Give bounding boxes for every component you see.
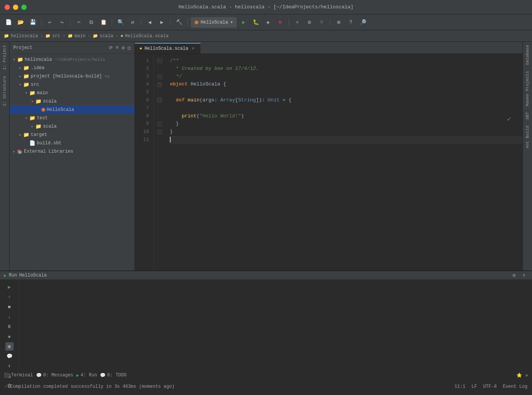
- tree-item-project[interactable]: ▸ 📁 project [helloscala-build] so: [10, 72, 135, 81]
- favorites-strip-item[interactable]: ⭐: [516, 373, 522, 378]
- folder-open-icon: 📁: [23, 82, 29, 88]
- fold-method-button[interactable]: □: [157, 98, 162, 103]
- run-messages-button[interactable]: 💬: [5, 352, 14, 360]
- fold-end-button[interactable]: −: [157, 74, 162, 79]
- code-editor[interactable]: 1 2 3 4 5 6 7 8 9 10 11 − −: [135, 54, 522, 270]
- terminal-button[interactable]: ⊞: [333, 17, 344, 28]
- sidebar-collapse-button[interactable]: ≡: [116, 45, 119, 51]
- save-button[interactable]: 💾: [27, 17, 38, 28]
- tree-arrow: ▾: [11, 57, 17, 62]
- open-button[interactable]: 📂: [15, 17, 26, 28]
- run-config[interactable]: HelloScala ▾: [191, 17, 237, 28]
- terminal-strip-item[interactable]: ⬛ Terminal: [4, 373, 33, 378]
- gutter-5: [154, 88, 165, 96]
- stop-button[interactable]: ■: [275, 17, 285, 28]
- panel-sbt[interactable]: SBT: [524, 109, 531, 123]
- run-settings-button[interactable]: ⚙: [510, 271, 518, 280]
- tree-item-external-libraries[interactable]: ▸ 📚 External Libraries: [10, 147, 135, 156]
- coverage-button[interactable]: ◈: [263, 17, 273, 28]
- cursor-position[interactable]: 11:1: [454, 384, 466, 389]
- editor-container: ● HelloScala.scala × 1 2 3 4 5 6 7 8 9 1…: [135, 42, 522, 270]
- back-button[interactable]: ◀: [144, 17, 155, 28]
- event-log[interactable]: Event Log: [503, 384, 527, 389]
- sidebar-panel-2-structure[interactable]: 2: Structure: [1, 73, 8, 109]
- sidebar-settings-button[interactable]: ⚙: [122, 45, 125, 51]
- fold-method-end[interactable]: −: [157, 122, 162, 126]
- run-down-button[interactable]: ↓: [5, 313, 14, 321]
- sidebar-sync-button[interactable]: ⟳: [109, 45, 113, 51]
- minimize-button[interactable]: [13, 5, 18, 10]
- paste-button[interactable]: 📋: [98, 17, 109, 28]
- help-button[interactable]: ?: [345, 17, 356, 28]
- tree-item-main[interactable]: ▾ 📁 main: [10, 89, 135, 97]
- tree-item-helloscala[interactable]: ▾ 📁 helloscala ~/IdeaProjects/hello: [10, 55, 135, 64]
- run-button[interactable]: ▶: [238, 17, 249, 28]
- redo-button[interactable]: ↪: [57, 17, 67, 28]
- breadcrumb-main[interactable]: 📁 main: [68, 33, 86, 39]
- todo-strip-item[interactable]: 💬 6: TODO: [100, 373, 126, 378]
- tab-close-button[interactable]: ×: [190, 46, 196, 51]
- build-button[interactable]: 🔨: [174, 17, 184, 28]
- line-separator[interactable]: LF: [472, 384, 477, 389]
- run-pause-button[interactable]: ⏸: [5, 322, 14, 331]
- run-up2-button[interactable]: ⬆: [5, 362, 14, 370]
- vcs-button[interactable]: ⑂: [316, 17, 327, 28]
- breadcrumb-file[interactable]: ● HelloScala.scala: [120, 33, 168, 39]
- debug-button[interactable]: 🐛: [250, 17, 261, 28]
- folder-icon: 📁: [23, 65, 29, 71]
- tree-label: scala: [43, 124, 57, 129]
- run-stop-button[interactable]: ■: [5, 303, 14, 311]
- sidebar-gear-button[interactable]: ◫: [128, 45, 131, 51]
- run-play-button[interactable]: ▶: [5, 283, 14, 291]
- tree-item-src[interactable]: ▾ 📁 src: [10, 81, 135, 89]
- breadcrumb-src[interactable]: 📁 src: [45, 33, 60, 39]
- cut-button[interactable]: ✂: [74, 17, 84, 28]
- messages-strip-item[interactable]: 💬 0: Messages: [36, 373, 73, 378]
- sidebar-panel-1-project[interactable]: 1: Project: [1, 42, 8, 73]
- panel-ant[interactable]: Ant Build: [524, 123, 531, 151]
- panel-maven[interactable]: Maven Projects: [524, 68, 531, 109]
- code-line-9: }: [170, 120, 522, 128]
- tree-arrow: ▾: [23, 91, 29, 95]
- tree-item-helloscala-file[interactable]: HelloScala: [10, 106, 135, 114]
- run-scroll-button[interactable]: ⬇: [520, 271, 528, 280]
- breakpoint-area[interactable]: □: [157, 82, 162, 87]
- tree-item-build-sbt[interactable]: 📄 build.sbt: [10, 139, 135, 147]
- tab-helloscala[interactable]: ● HelloScala.scala ×: [135, 43, 201, 54]
- search-everywhere-button[interactable]: 🔎: [358, 17, 368, 28]
- undo-button[interactable]: ↩: [44, 17, 55, 28]
- profile-button[interactable]: ⚡: [292, 17, 302, 28]
- settings-button[interactable]: ⚙: [304, 17, 315, 28]
- tree-item-test[interactable]: ▾ 📁 test: [10, 114, 135, 122]
- encoding[interactable]: UTF-8: [483, 384, 497, 389]
- breadcrumb-root[interactable]: 📁 helloscala: [4, 33, 38, 39]
- copy-button[interactable]: ⧉: [86, 17, 97, 28]
- run-output-button[interactable]: ▣: [5, 342, 14, 351]
- separator: [330, 19, 330, 26]
- tree-item-scala-test[interactable]: ▸ 📁 scala: [10, 122, 135, 131]
- run-coverage-button[interactable]: ◈: [5, 332, 14, 341]
- status-message: Compilation completed successfully in 3s…: [10, 384, 454, 389]
- find-button[interactable]: 🔍: [115, 17, 126, 28]
- code-content[interactable]: /** * Created by bee on 17/4/12. */ obje…: [165, 54, 522, 270]
- maximize-button[interactable]: [21, 5, 27, 10]
- run-toolbar: ⚙ ⬇: [510, 271, 528, 280]
- new-button[interactable]: 📄: [3, 17, 14, 28]
- fold-object-end[interactable]: −: [157, 130, 162, 134]
- code-line-3: */: [170, 73, 522, 81]
- tree-arrow: ▾: [17, 82, 23, 87]
- fold-comment-button[interactable]: −: [157, 58, 162, 63]
- breadcrumb-scala[interactable]: 📁 scala: [93, 33, 113, 39]
- tree-item-scala[interactable]: ▾ 📁 scala: [10, 97, 135, 106]
- run-strip-label: 4: Run: [81, 373, 97, 378]
- close-button[interactable]: [5, 5, 10, 10]
- toolbar: 📄 📂 💾 ↩ ↪ ✂ ⧉ 📋 🔍 ⇄ ◀ ▶ 🔨 HelloScala ▾ ▶…: [0, 14, 532, 30]
- more-tools-button[interactable]: »: [525, 373, 528, 378]
- run-up-button[interactable]: ↑: [5, 293, 14, 301]
- tree-item-target[interactable]: ▸ 📁 target: [10, 131, 135, 139]
- tree-item-idea[interactable]: ▸ 📁 .idea: [10, 64, 135, 72]
- forward-button[interactable]: ▶: [157, 17, 167, 28]
- run-strip-item[interactable]: ▶ 4: Run: [76, 373, 97, 378]
- panel-database[interactable]: Database: [524, 42, 531, 68]
- replace-button[interactable]: ⇄: [127, 17, 138, 28]
